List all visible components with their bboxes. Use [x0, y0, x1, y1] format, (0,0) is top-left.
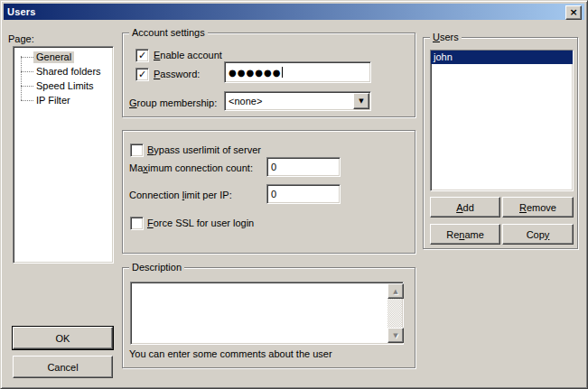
- text-caret: [282, 67, 283, 78]
- enable-account-label: Enable account: [154, 50, 222, 60]
- remove-user-button[interactable]: Remove: [502, 197, 574, 218]
- add-user-button[interactable]: Add: [430, 197, 500, 218]
- tree-branch-icon: [21, 71, 33, 72]
- max-connection-count-label: Maximum connection count:: [129, 162, 253, 173]
- copy-user-button[interactable]: Copy: [502, 224, 574, 245]
- tree-item-ip-filter[interactable]: IP Filter: [21, 93, 73, 107]
- users-dialog: Users × Page: General Shared folders Spe…: [0, 0, 588, 389]
- titlebar[interactable]: Users ×: [4, 4, 584, 20]
- tree-branch-icon: [21, 86, 33, 87]
- users-group-label: Users: [430, 32, 462, 42]
- page-tree[interactable]: General Shared folders Speed Limits IP F…: [13, 46, 114, 264]
- password-input[interactable]: ●●●●●●: [224, 61, 371, 83]
- user-list-item[interactable]: john: [431, 51, 573, 64]
- connection-limit-per-ip-label: Connection limit per IP:: [129, 190, 232, 200]
- tree-branch-icon: [21, 100, 33, 101]
- group-membership-select[interactable]: <none> ▼: [224, 91, 371, 111]
- scroll-up-icon: ▲: [393, 288, 397, 295]
- rename-user-button[interactable]: Rename: [430, 224, 500, 245]
- window-title: Users: [4, 6, 36, 17]
- connection-settings-group: Bypass userlimit of server Maximum conne…: [122, 130, 415, 254]
- scroll-down-icon: ▼: [393, 332, 397, 339]
- description-textarea[interactable]: ▲ ▼: [130, 282, 404, 345]
- ok-button[interactable]: OK: [13, 327, 113, 349]
- scroll-up-button[interactable]: ▲: [387, 283, 404, 299]
- description-hint: You can enter some comments about the us…: [129, 348, 332, 359]
- bypass-userlimit-label: Bypass userlimit of server: [147, 144, 261, 155]
- group-membership-label: Group membership:: [129, 97, 217, 108]
- tree-item-speed-limits[interactable]: Speed Limits: [21, 79, 97, 93]
- description-group: Description ▲ ▼ You can enter some comme…: [122, 267, 415, 368]
- close-icon: ×: [569, 8, 577, 17]
- connection-limit-per-ip-input[interactable]: 0: [266, 184, 341, 204]
- account-settings-group: Account settings ✓ Enable account ✓ Pass…: [122, 32, 415, 117]
- users-group: Users john Add Remove Rename Copy: [423, 37, 578, 249]
- cancel-button[interactable]: Cancel: [13, 356, 113, 378]
- password-label: Password:: [154, 69, 200, 79]
- dropdown-button[interactable]: ▼: [353, 93, 369, 109]
- scroll-down-button[interactable]: ▼: [387, 328, 404, 343]
- enable-account-checkbox[interactable]: ✓: [135, 49, 149, 62]
- force-ssl-checkbox[interactable]: [130, 217, 144, 230]
- tree-item-shared-folders[interactable]: Shared folders: [21, 64, 104, 79]
- tree-branch-icon: [21, 57, 33, 58]
- description-scrollbar[interactable]: ▲ ▼: [387, 283, 402, 343]
- chevron-down-icon: ▼: [359, 97, 363, 105]
- users-listbox[interactable]: john: [430, 50, 574, 191]
- tree-item-general[interactable]: General: [21, 50, 74, 64]
- max-connection-count-input[interactable]: 0: [266, 157, 341, 177]
- bypass-userlimit-checkbox[interactable]: [130, 144, 144, 157]
- page-label: Page:: [8, 33, 34, 44]
- description-group-label: Description: [129, 262, 184, 273]
- checkmark-icon: ✓: [138, 51, 146, 60]
- checkmark-icon: ✓: [138, 70, 146, 79]
- close-button[interactable]: ×: [565, 5, 582, 20]
- account-settings-group-label: Account settings: [129, 27, 208, 38]
- force-ssl-label: Force SSL for user login: [147, 218, 254, 228]
- password-checkbox[interactable]: ✓: [135, 68, 149, 81]
